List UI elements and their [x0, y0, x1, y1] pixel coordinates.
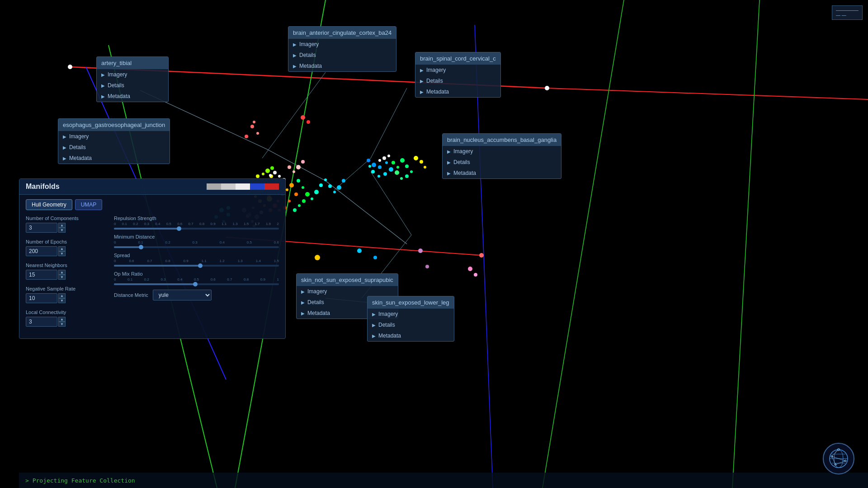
slider-fill-repulsion: [114, 228, 180, 230]
distance-metric-row: Distance Metric euclidean cosine yule ma…: [114, 290, 279, 300]
tab-hull-geometry[interactable]: Hull Geometry: [26, 199, 72, 210]
spinner-btns-epochs: ▲ ▼: [58, 246, 66, 256]
slider-label-spread: Spread: [114, 253, 279, 258]
slider-op-mix: Op Mix Ratio 00.10.20.30.40.50.60.70.80.…: [114, 271, 279, 285]
manifolds-panel: Manifolds Hull Geometry UMAP Number of C…: [19, 178, 286, 339]
slider-fill-spread: [114, 265, 201, 267]
param-input-components[interactable]: 3: [26, 223, 57, 233]
node-item-details-3[interactable]: ▶ Details: [58, 142, 170, 153]
spinner-down-local-conn[interactable]: ▼: [58, 322, 66, 327]
node-item-details-1[interactable]: ▶ Details: [288, 50, 396, 61]
slider-thumb-min-dist[interactable]: [139, 245, 143, 249]
svg-point-105: [395, 170, 399, 175]
slider-track-op-mix[interactable]: [114, 283, 279, 285]
spinner-up-neighbors[interactable]: ▲: [58, 270, 66, 275]
spinner-down-components[interactable]: ▼: [58, 228, 66, 233]
globe-icon: [827, 447, 850, 470]
svg-point-104: [400, 177, 403, 180]
svg-line-11: [326, 181, 407, 244]
spinner-up-neg-sample[interactable]: ▲: [58, 293, 66, 298]
node-item-metadata-0[interactable]: ▶ Metadata: [97, 91, 168, 102]
node-item-details-6[interactable]: ▶ Details: [368, 319, 454, 330]
param-spinner-neg-sample: 10 ▲ ▼: [26, 293, 105, 303]
color-bar-seg-3: [236, 183, 250, 190]
spinner-down-neighbors[interactable]: ▼: [58, 275, 66, 280]
node-title-brain-spinal: brain_spinal_cord_cervical_c: [415, 52, 500, 65]
svg-point-51: [256, 174, 259, 178]
svg-point-63: [319, 183, 323, 187]
slider-track-repulsion[interactable]: [114, 228, 279, 230]
svg-point-89: [367, 159, 370, 162]
node-item-metadata-1[interactable]: ▶ Metadata: [288, 61, 396, 71]
node-item-details-2[interactable]: ▶ Details: [415, 75, 500, 86]
node-item-imagery-4[interactable]: ▶ Imagery: [443, 146, 561, 157]
param-input-local-conn[interactable]: 3: [26, 317, 57, 327]
param-input-neg-sample[interactable]: 10: [26, 293, 57, 303]
svg-point-18: [68, 65, 72, 69]
spinner-up-components[interactable]: ▲: [58, 223, 66, 228]
spinner-down-epochs[interactable]: ▼: [58, 251, 66, 256]
node-item-imagery-0[interactable]: ▶ Imagery: [97, 69, 168, 80]
svg-point-114: [373, 256, 377, 259]
spinner-down-neg-sample[interactable]: ▼: [58, 298, 66, 303]
param-label-components: Number of Components: [26, 216, 105, 221]
node-item-imagery-6[interactable]: ▶ Imagery: [368, 309, 454, 319]
node-item-details-4[interactable]: ▶ Details: [443, 157, 561, 168]
node-item-metadata-6[interactable]: ▶ Metadata: [368, 330, 454, 341]
param-num-components: Number of Components 3 ▲ ▼: [26, 216, 105, 233]
svg-line-16: [371, 172, 411, 235]
slider-thumb-repulsion[interactable]: [177, 226, 181, 231]
node-item-metadata-3[interactable]: ▶ Metadata: [58, 153, 170, 164]
spinner-up-local-conn[interactable]: ▲: [58, 317, 66, 322]
param-input-epochs[interactable]: 200: [26, 246, 57, 256]
color-bar-seg-5: [264, 183, 279, 190]
svg-point-55: [297, 179, 300, 183]
node-item-metadata-2[interactable]: ▶ Metadata: [415, 86, 500, 97]
node-item-imagery-5[interactable]: ▶ Imagery: [297, 286, 398, 297]
widget-line1: —————: [836, 8, 859, 13]
svg-point-115: [418, 249, 423, 253]
navigator-globe[interactable]: [823, 443, 854, 474]
svg-point-97: [368, 165, 371, 168]
svg-point-94: [383, 172, 387, 176]
svg-line-7: [542, 0, 624, 488]
slider-track-min-dist[interactable]: [114, 246, 279, 248]
svg-point-60: [293, 208, 297, 212]
node-item-imagery-2[interactable]: ▶ Imagery: [415, 65, 500, 75]
svg-point-111: [424, 166, 426, 169]
svg-point-93: [389, 167, 393, 172]
spinner-up-epochs[interactable]: ▲: [58, 246, 66, 251]
tab-umap[interactable]: UMAP: [75, 199, 103, 210]
node-item-imagery-3[interactable]: ▶ Imagery: [58, 131, 170, 142]
node-item-metadata-4[interactable]: ▶ Metadata: [443, 168, 561, 178]
svg-point-53: [265, 169, 270, 173]
svg-point-118: [474, 273, 477, 277]
param-input-neighbors[interactable]: 15: [26, 270, 57, 280]
svg-point-58: [302, 199, 306, 203]
svg-line-14: [335, 158, 371, 190]
svg-line-12: [262, 72, 326, 158]
slider-spread: Spread 00.60.70.80.91.11.21.31.41.5: [114, 253, 279, 267]
arrow-icon-5a: ▶: [301, 289, 305, 294]
node-item-details-0[interactable]: ▶ Details: [97, 80, 168, 91]
svg-point-106: [378, 159, 381, 162]
svg-point-19: [545, 86, 549, 90]
svg-point-82: [301, 115, 305, 120]
svg-point-79: [292, 170, 295, 173]
slider-thumb-op-mix[interactable]: [193, 282, 198, 286]
svg-point-21: [250, 125, 254, 128]
distance-metric-select[interactable]: euclidean cosine yule manhattan hamming: [153, 290, 212, 300]
svg-point-65: [328, 184, 332, 188]
slider-label-op-mix: Op Mix Ratio: [114, 271, 279, 277]
node-item-imagery-1[interactable]: ▶ Imagery: [288, 39, 396, 50]
svg-point-61: [311, 197, 313, 200]
svg-point-20: [479, 253, 484, 258]
color-bar: [207, 183, 279, 190]
param-spinner-epochs: 200 ▲ ▼: [26, 246, 105, 256]
svg-point-102: [410, 170, 413, 173]
svg-point-24: [253, 121, 255, 123]
node-card-brain-anterior: brain_anterior_cingulate_cortex_ba24 ▶ I…: [288, 26, 396, 72]
slider-track-spread[interactable]: [114, 265, 279, 267]
arrow-icon-4a: ▶: [447, 149, 451, 154]
slider-thumb-spread[interactable]: [198, 263, 203, 268]
